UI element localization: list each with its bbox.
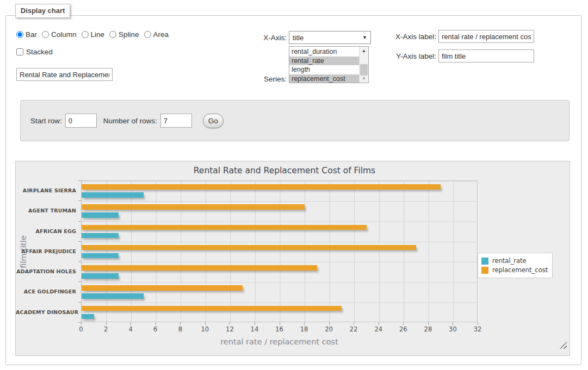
y-tick-mark — [78, 261, 81, 262]
x-axis-label-input[interactable] — [438, 30, 534, 43]
x-tick-mark — [131, 322, 131, 325]
chart-type-label: Area — [153, 30, 169, 39]
resize-handle-icon[interactable] — [560, 342, 567, 349]
x-tick-mark — [205, 322, 206, 325]
series-scrollbar[interactable]: ▲ ▼ — [359, 47, 368, 83]
y-tick-mark — [78, 241, 81, 242]
y-tick-mark — [78, 221, 81, 222]
chart-type-radio-column[interactable] — [42, 31, 49, 38]
y-axis-label-input[interactable] — [438, 49, 534, 62]
legend-label: replacement_cost — [492, 266, 548, 274]
bar-replacement_cost — [82, 285, 243, 291]
x-tick-label: 2 — [97, 325, 115, 333]
x-tick-label: 0 — [72, 325, 90, 333]
x-tick-label: 20 — [320, 325, 338, 333]
chart-type-radio-line[interactable] — [82, 31, 89, 38]
chart-legend: rental_ratereplacement_cost — [478, 253, 553, 278]
series-option-rental_rate[interactable]: rental_rate — [289, 57, 359, 66]
chart-type-option-area[interactable]: Area — [144, 30, 169, 39]
y-tick-mark — [78, 180, 81, 181]
plot-area — [81, 180, 478, 322]
x-tick-mark — [403, 322, 404, 325]
dropdown-arrow-icon: ▼ — [362, 35, 367, 40]
go-button[interactable]: Go — [203, 114, 224, 128]
scrollbar-thumb[interactable] — [360, 64, 368, 76]
x-tick-label: 26 — [394, 325, 412, 333]
category-label: AFRICAN EGG — [16, 221, 76, 241]
series-option-rental_duration[interactable]: rental_duration — [289, 47, 359, 57]
bar-rental_rate — [82, 233, 119, 239]
y-tick-mark — [78, 200, 81, 201]
bar-rental_rate — [82, 192, 144, 198]
x-tick-mark — [453, 322, 453, 325]
x-tick-mark — [81, 322, 82, 325]
x-axis-select[interactable]: title ▼ — [289, 31, 371, 44]
chart-type-option-spline[interactable]: Spline — [109, 30, 139, 39]
bar-replacement_cost — [82, 225, 367, 230]
series-option-length[interactable]: length — [289, 65, 359, 74]
chart-type-radio-area[interactable] — [144, 31, 151, 38]
x-tick-mark — [106, 322, 107, 325]
x-tick-label: 28 — [419, 325, 437, 333]
pager-panel: Start row: Number of rows: Go — [20, 100, 570, 141]
x-tick-mark — [354, 322, 354, 325]
start-row-label: Start row: — [30, 117, 62, 125]
x-tick-mark — [255, 322, 255, 325]
legend-swatch — [481, 267, 488, 274]
chart-type-radio-bar[interactable] — [16, 31, 23, 38]
y-tick-mark — [78, 302, 81, 303]
chart-type-radio-spline[interactable] — [109, 31, 116, 38]
series-options: rental_durationrental_ratelengthreplacem… — [289, 47, 359, 83]
x-tick-mark — [180, 322, 181, 325]
x-tick-label: 18 — [295, 325, 313, 333]
page: Display chart BarColumnLineSplineArea St… — [0, 0, 588, 370]
chart-title: Rental Rate and Replacement Cost of Film… — [16, 166, 553, 175]
scroll-down-icon[interactable]: ▼ — [360, 74, 368, 83]
x-tick-mark — [230, 322, 230, 325]
x-tick-label: 4 — [121, 325, 140, 333]
start-row-input[interactable] — [65, 114, 97, 128]
category-label: ADAPTATION HOLES — [16, 261, 76, 281]
bar-replacement_cost — [82, 306, 342, 311]
stacked-checkbox[interactable] — [16, 48, 23, 55]
series-caption: Series: — [239, 75, 287, 83]
chart-type-label: Column — [51, 30, 77, 39]
y-tick-mark — [78, 281, 81, 282]
num-rows-input[interactable] — [160, 114, 192, 128]
x-tick-label: 30 — [443, 325, 462, 333]
bar-rental_rate — [82, 314, 94, 319]
num-rows-label: Number of rows: — [103, 117, 157, 125]
bar-replacement_cost — [82, 265, 317, 271]
x-tick-label: 22 — [344, 325, 363, 333]
category-label: AIRPLANE SIERRA — [16, 180, 76, 200]
x-tick-label: 10 — [196, 325, 214, 333]
chart-title-input[interactable] — [16, 68, 113, 81]
x-tick-mark — [280, 322, 280, 325]
x-tick-mark — [379, 322, 379, 325]
bar-rental_rate — [82, 212, 119, 218]
bar-rental_rate — [82, 273, 119, 279]
x-tick-label: 24 — [369, 325, 388, 333]
bar-replacement_cost — [82, 184, 441, 190]
category-label: AFFAIR PREJUDICE — [16, 241, 76, 261]
scroll-up-icon[interactable]: ▲ — [360, 47, 368, 55]
x-axis-label-caption: X-Axis label: — [387, 33, 436, 41]
category-label: ACADEMY DINOSAUR — [16, 302, 76, 322]
series-multiselect[interactable]: rental_durationrental_ratelengthreplacem… — [289, 46, 369, 83]
chart-type-option-column[interactable]: Column — [42, 30, 77, 39]
chart-type-label: Spline — [119, 30, 139, 39]
chart-type-label: Line — [91, 30, 105, 39]
series-option-replacement_cost[interactable]: replacement_cost — [289, 74, 359, 84]
x-tick-label: 32 — [468, 325, 487, 333]
chart-type-option-bar[interactable]: Bar — [16, 30, 37, 39]
y-axis-label-caption: Y-Axis label: — [387, 52, 436, 60]
stacked-row: Stacked — [16, 48, 53, 56]
category-label: AGENT TRUMAN — [16, 200, 76, 221]
chart-type-option-line[interactable]: Line — [82, 30, 105, 39]
legend-label: rental_rate — [492, 257, 527, 265]
chart-type-label: Bar — [26, 30, 37, 39]
bar-replacement_cost — [82, 204, 305, 210]
x-tick-mark — [329, 322, 330, 325]
x-axis-selected-value: title — [293, 34, 304, 42]
chart-container: Rental Rate and Replacement Cost of Film… — [15, 161, 570, 356]
